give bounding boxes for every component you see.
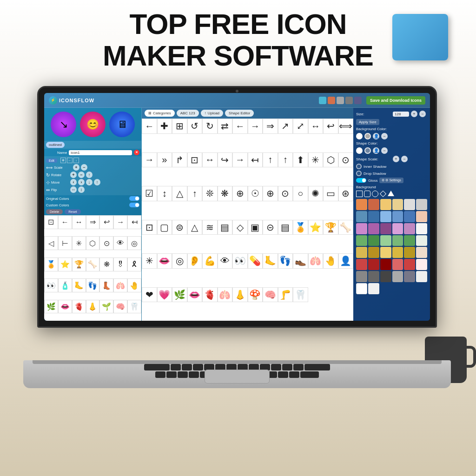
palette-cell[interactable] xyxy=(380,223,391,234)
grid-icon-trophy[interactable]: 🏆 xyxy=(72,258,86,271)
palette-cell[interactable] xyxy=(368,211,379,222)
transform-icon-3[interactable]: ↑ xyxy=(73,158,79,163)
grid-icon-eyepair[interactable]: 👀 xyxy=(44,278,58,292)
grid-icon-hand[interactable]: 🤚 xyxy=(127,278,141,292)
li-arr-up3[interactable]: ⬆ xyxy=(293,152,308,168)
li-lungs[interactable]: 🫁 xyxy=(308,253,324,269)
bg-color-minus[interactable]: − xyxy=(381,133,388,139)
original-colors-toggle[interactable] xyxy=(129,196,139,201)
grid-icon-branch[interactable]: 🌿 xyxy=(44,300,58,314)
grid-icon-shape1[interactable]: ⊢ xyxy=(58,236,72,250)
palette-cell[interactable] xyxy=(356,247,367,258)
drop-shadow-checkbox[interactable] xyxy=(356,171,362,176)
palette-cell[interactable] xyxy=(416,211,427,222)
swatch-orange[interactable] xyxy=(328,97,335,104)
li-square-nested[interactable]: ▣ xyxy=(248,220,263,235)
grid-icon-bottle[interactable]: 🧴 xyxy=(58,278,72,292)
palette-cell[interactable] xyxy=(356,211,367,222)
li-circle-minus2[interactable]: ⊝ xyxy=(263,220,278,235)
grid-icon-lung[interactable]: 🫁 xyxy=(113,278,127,292)
li-circle-x[interactable]: ⊛ xyxy=(338,186,354,201)
icon-preview-3[interactable]: 🖥 xyxy=(109,112,135,137)
palette-cell[interactable] xyxy=(404,211,415,222)
grid-icon-eye[interactable]: 👁 xyxy=(113,236,127,250)
swatch-navy[interactable] xyxy=(354,97,362,104)
palette-cell[interactable] xyxy=(404,271,415,282)
li-sun-target[interactable]: ⊙ xyxy=(338,152,354,168)
palette-cell[interactable] xyxy=(404,247,415,258)
li-legs[interactable]: 🦵 xyxy=(278,287,293,303)
size-input[interactable]: 128 xyxy=(393,112,409,117)
li-arrow-ne[interactable]: ↗ xyxy=(278,119,293,134)
li-eyes2[interactable]: 👀 xyxy=(232,253,248,269)
palette-cell[interactable] xyxy=(392,259,403,270)
palette-cell[interactable] xyxy=(356,283,367,294)
grid-icon-star1[interactable]: ✳ xyxy=(72,236,86,250)
li-cross[interactable]: ✚ xyxy=(157,119,172,134)
grid-icon-badge[interactable]: 🎖 xyxy=(113,258,127,271)
palette-cell[interactable] xyxy=(404,259,415,270)
li-hexagon[interactable]: ⬡ xyxy=(323,152,338,168)
li-arm[interactable]: 💪 xyxy=(202,253,218,269)
li-face[interactable]: 👤 xyxy=(338,253,354,269)
li-arr-ew[interactable]: ↔ xyxy=(202,152,218,168)
transform-icon-2[interactable]: ← xyxy=(67,158,73,163)
settings-button[interactable]: ⚙ ⚙ Settings xyxy=(379,178,403,183)
palette-cell[interactable] xyxy=(356,223,367,234)
palette-cell[interactable] xyxy=(380,235,391,246)
palette-cell[interactable] xyxy=(368,199,379,210)
li-tri-out[interactable]: △ xyxy=(187,220,203,235)
gloss-toggle[interactable] xyxy=(356,178,366,183)
move-up2[interactable]: ↑ xyxy=(94,179,100,185)
grid-icon-brain[interactable]: 🧠 xyxy=(113,300,127,314)
tab-upload[interactable]: ↑ Upload xyxy=(201,110,223,117)
tab-shape-editor[interactable]: Shape Editor xyxy=(225,110,254,117)
li-mushroom[interactable]: 🍄 xyxy=(248,287,263,303)
grid-icon-lips[interactable]: 👄 xyxy=(58,300,72,314)
li-leaf2[interactable]: 🌿 xyxy=(172,287,187,303)
li-repeat[interactable]: ⇄ xyxy=(218,119,233,134)
shape-scale-minus[interactable]: − xyxy=(401,156,408,162)
palette-cell[interactable] xyxy=(416,223,427,234)
li-diamond[interactable]: ◇ xyxy=(232,220,248,235)
li-arr-up-right[interactable]: ↱ xyxy=(172,152,187,168)
tab-categories[interactable]: ⊞ Categories xyxy=(145,110,175,117)
li-arr-up2[interactable]: ↑ xyxy=(278,152,293,168)
move-left[interactable]: ‹ xyxy=(70,179,77,185)
grid-icon-arrow1[interactable]: ← xyxy=(58,215,72,229)
li-hand2[interactable]: 🤚 xyxy=(323,253,338,269)
grid-icon-boot[interactable]: 👢 xyxy=(99,278,113,292)
li-tooth2[interactable]: 🦷 xyxy=(293,287,308,303)
move-right[interactable]: › xyxy=(78,179,85,185)
rotate-up[interactable]: ↑ xyxy=(86,172,93,178)
li-star-badge[interactable]: ⭐ xyxy=(308,220,324,235)
li-checkmark[interactable]: ☑ xyxy=(142,186,157,201)
name-input[interactable]: icon1 xyxy=(69,150,132,155)
bg-shape-square[interactable] xyxy=(356,191,363,197)
grid-icon-foot[interactable]: 🦶 xyxy=(72,278,86,292)
li-sun2[interactable]: ☉ xyxy=(248,186,263,201)
li-footprints[interactable]: 👣 xyxy=(278,253,293,269)
palette-cell[interactable] xyxy=(380,211,391,222)
palette-cell[interactable] xyxy=(368,283,379,294)
trackpad[interactable] xyxy=(205,370,270,383)
grid-icon-arrow3[interactable]: ⇒ xyxy=(86,215,100,229)
grid-icon-footprint[interactable]: 👣 xyxy=(86,278,100,292)
palette-cell[interactable] xyxy=(356,271,367,282)
li-arrow-left[interactable]: ← xyxy=(142,119,157,134)
palette-cell[interactable] xyxy=(416,247,427,258)
li-shoe[interactable]: 👞 xyxy=(293,253,308,269)
delete-button[interactable]: Delete xyxy=(46,209,63,214)
palette-cell[interactable] xyxy=(368,259,379,270)
grid-icon-tooth[interactable]: 🦷 xyxy=(127,300,141,314)
li-award[interactable]: 🏆 xyxy=(323,220,338,235)
grid-icon-flwr[interactable]: ❋ xyxy=(99,258,113,271)
icon-preview-1[interactable]: ↘ xyxy=(51,112,76,137)
li-starburst[interactable]: ✳ xyxy=(308,152,324,168)
li-rect-h[interactable]: ▭ xyxy=(323,186,338,201)
grid-icon-bone[interactable]: 🦴 xyxy=(86,258,100,271)
palette-cell[interactable] xyxy=(416,259,427,270)
palette-cell[interactable] xyxy=(380,247,391,258)
li-dblarrow-right[interactable]: ⇒ xyxy=(263,119,278,134)
shape-color-user[interactable]: 👤 xyxy=(373,147,379,154)
